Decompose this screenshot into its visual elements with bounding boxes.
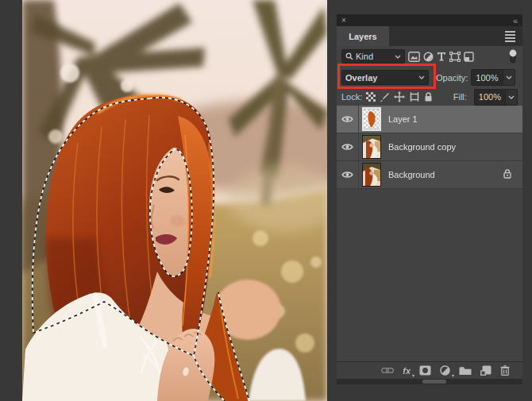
new-layer-icon[interactable]: [480, 365, 492, 376]
layer-lock-icon: [503, 168, 511, 182]
layers-list: Layer 1 Background copy: [337, 106, 522, 189]
panel-empty-area: [337, 189, 522, 361]
adjustment-dropdown-arrow-icon: ▾: [452, 372, 454, 378]
layer-name[interactable]: Background copy: [388, 142, 456, 152]
layers-panel: Kind: [337, 46, 522, 384]
fill-value: 100%: [475, 90, 505, 105]
layer-thumbnail[interactable]: [362, 107, 381, 131]
opacity-dropdown-icon[interactable]: [503, 70, 515, 85]
document-canvas[interactable]: [22, 0, 327, 401]
new-adjustment-layer-icon[interactable]: ▾: [440, 365, 450, 376]
panel-close-icon[interactable]: ×: [341, 17, 346, 25]
photoshop-workspace: × « Layers Kind: [0, 0, 532, 401]
lock-position-icon[interactable]: [394, 91, 405, 102]
layers-toolbar: fx ▾ ▾: [337, 361, 522, 379]
photo-illustration: [22, 0, 327, 401]
layer-row-background-copy[interactable]: Background copy: [337, 133, 522, 161]
adjustment-layer-filter-icon[interactable]: [423, 52, 434, 62]
link-layers-icon[interactable]: [381, 367, 394, 374]
lock-artboard-icon[interactable]: [409, 92, 420, 102]
panel-tab-bar: Layers: [337, 26, 522, 46]
chevron-down-icon: [418, 75, 425, 79]
panel-resize-strip: [337, 379, 522, 384]
lock-label: Lock:: [341, 92, 362, 102]
opacity-label: Opacity:: [436, 73, 468, 83]
blend-mode-row: Overlay Opacity: 100%: [337, 67, 522, 88]
layer-name[interactable]: Layer 1: [388, 114, 418, 124]
pixel-layer-filter-icon[interactable]: [408, 52, 420, 62]
filter-kind-dropdown[interactable]: Kind: [341, 49, 405, 64]
blend-mode-value: Overlay: [345, 73, 418, 83]
filter-kind-label: Kind: [356, 52, 392, 61]
add-layer-mask-icon[interactable]: [419, 365, 431, 376]
opacity-value: 100%: [472, 70, 502, 85]
cheek: [170, 215, 186, 226]
shape-layer-filter-icon[interactable]: [449, 52, 461, 62]
layer-filter-row: Kind: [337, 46, 522, 67]
panel-group-header: × «: [337, 14, 522, 26]
fill-field[interactable]: 100%: [474, 89, 518, 106]
type-layer-filter-icon[interactable]: [437, 52, 446, 61]
fill-dropdown-icon[interactable]: [505, 90, 517, 105]
delete-layer-icon[interactable]: [500, 365, 510, 376]
lock-transparency-icon[interactable]: [366, 92, 376, 102]
layer-name[interactable]: Background: [388, 170, 435, 179]
blend-mode-dropdown[interactable]: Overlay: [341, 70, 429, 85]
tab-layers[interactable]: Layers: [337, 26, 389, 46]
smart-object-filter-icon[interactable]: [464, 52, 474, 62]
search-icon: [345, 52, 353, 60]
visibility-eye-icon[interactable]: [337, 133, 359, 160]
layer-style-fx-icon[interactable]: fx ▾: [403, 366, 411, 376]
lock-all-icon[interactable]: [424, 92, 433, 102]
lock-pixels-icon[interactable]: [380, 92, 390, 102]
visibility-eye-icon[interactable]: [337, 161, 359, 188]
panel-collapse-icon[interactable]: «: [513, 17, 518, 25]
fill-label: Fill:: [453, 92, 467, 102]
new-group-icon[interactable]: [459, 366, 472, 376]
panel-menu-icon[interactable]: [505, 31, 515, 42]
fx-dropdown-arrow-icon: ▾: [412, 372, 414, 378]
layer-row-background[interactable]: Background: [337, 161, 522, 189]
filter-toggle-icon[interactable]: [508, 49, 518, 64]
chevron-down-icon: [395, 55, 401, 59]
visibility-eye-icon[interactable]: [337, 106, 359, 133]
fx-label: fx: [403, 366, 411, 376]
layer-thumbnail[interactable]: [362, 135, 381, 159]
layer-row-layer1[interactable]: Layer 1: [337, 106, 522, 133]
opacity-field[interactable]: 100%: [471, 69, 515, 86]
layer-thumbnail[interactable]: [362, 163, 381, 187]
lock-row: Lock: Fill: 100%: [337, 88, 522, 106]
scrollbar-handle[interactable]: [422, 380, 446, 384]
